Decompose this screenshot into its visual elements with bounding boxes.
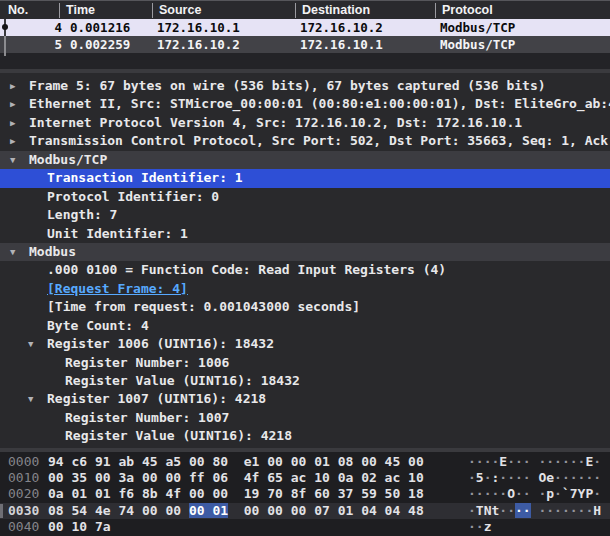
- column-header-source[interactable]: Source: [152, 3, 201, 18]
- ascii-char[interactable]: H: [593, 503, 601, 518]
- hex-byte[interactable]: 00: [267, 454, 283, 469]
- hex-byte[interactable]: 00: [291, 454, 307, 469]
- hex-byte[interactable]: 65: [267, 470, 283, 485]
- hex-byte[interactable]: ac: [385, 470, 401, 485]
- detail-row[interactable]: Byte Count: 4: [0, 317, 610, 335]
- hex-byte[interactable]: 4f: [244, 470, 260, 485]
- detail-row[interactable]: Protocol Identifier: 0: [0, 188, 610, 206]
- column-header-time[interactable]: Time: [59, 3, 95, 18]
- hex-byte[interactable]: 00: [189, 486, 205, 501]
- collapsed-arrow-icon[interactable]: ▶: [8, 114, 29, 132]
- ascii-char[interactable]: ·: [523, 454, 531, 469]
- ascii-char[interactable]: ·: [593, 486, 601, 501]
- detail-row[interactable]: Register Value (UINT16): 18432: [0, 372, 610, 390]
- detail-row[interactable]: Length: 7: [0, 206, 610, 224]
- ascii-char[interactable]: ·: [562, 454, 570, 469]
- detail-row[interactable]: ▼Register 1007 (UINT16): 4218: [0, 390, 610, 408]
- detail-row[interactable]: .000 0100 = Function Code: Read Input Re…: [0, 261, 610, 279]
- hex-byte[interactable]: 00: [189, 454, 205, 469]
- hex-byte[interactable]: f6: [118, 486, 134, 501]
- expanded-arrow-icon[interactable]: ▼: [8, 151, 29, 169]
- detail-row[interactable]: ▶Transmission Control Protocol, Src Port…: [0, 132, 610, 150]
- ascii-char[interactable]: ·: [499, 470, 507, 485]
- hex-byte[interactable]: 00: [291, 503, 307, 518]
- hex-byte[interactable]: 00: [95, 470, 111, 485]
- detail-row[interactable]: ▶Ethernet II, Src: STMicroe_00:00:01 (00…: [0, 95, 610, 113]
- hex-byte[interactable]: 4f: [165, 486, 181, 501]
- ascii-char[interactable]: ·: [515, 503, 523, 518]
- column-header-no[interactable]: No.: [8, 3, 28, 18]
- hex-byte[interactable]: 01: [212, 503, 228, 518]
- hex-byte[interactable]: 91: [95, 454, 111, 469]
- hex-scroll-indicator[interactable]: [0, 504, 3, 518]
- hex-byte[interactable]: 00: [48, 519, 64, 534]
- hex-byte[interactable]: 74: [118, 503, 134, 518]
- hex-byte[interactable]: 04: [385, 503, 401, 518]
- hex-byte[interactable]: 00: [189, 503, 212, 518]
- hex-byte[interactable]: 07: [314, 503, 330, 518]
- hex-byte[interactable]: 00: [267, 503, 283, 518]
- hex-byte[interactable]: 00: [165, 470, 181, 485]
- detail-row[interactable]: ▶Internet Protocol Version 4, Src: 172.1…: [0, 114, 610, 132]
- request-frame-link[interactable]: [Request Frame: 4]: [47, 280, 188, 298]
- hex-byte[interactable]: 60: [314, 486, 330, 501]
- collapsed-arrow-icon[interactable]: ▶: [8, 77, 29, 95]
- ascii-char[interactable]: ·: [468, 454, 476, 469]
- expanded-arrow-icon[interactable]: ▼: [26, 390, 47, 408]
- hex-byte[interactable]: 48: [408, 503, 424, 518]
- hex-byte[interactable]: 45: [142, 454, 158, 469]
- hex-byte[interactable]: 59: [361, 486, 377, 501]
- hex-byte[interactable]: 08: [338, 454, 354, 469]
- ascii-char[interactable]: ·: [468, 470, 476, 485]
- hex-byte[interactable]: 94: [48, 454, 64, 469]
- hex-byte[interactable]: 7a: [95, 519, 111, 534]
- detail-row[interactable]: [Request Frame: 4]: [0, 280, 610, 298]
- hex-byte[interactable]: 18: [408, 486, 424, 501]
- ascii-char[interactable]: ·: [499, 503, 507, 518]
- hex-byte[interactable]: 01: [95, 486, 111, 501]
- hex-byte[interactable]: 37: [338, 486, 354, 501]
- hex-byte[interactable]: ff: [189, 470, 205, 485]
- ascii-char[interactable]: ·: [570, 454, 578, 469]
- ascii-char[interactable]: ·: [468, 519, 476, 534]
- ascii-char[interactable]: ·: [554, 503, 562, 518]
- hex-byte[interactable]: 00: [361, 454, 377, 469]
- hex-byte[interactable]: 04: [361, 503, 377, 518]
- ascii-char[interactable]: ·: [523, 503, 531, 518]
- ascii-char[interactable]: ·: [515, 486, 523, 501]
- ascii-char[interactable]: e: [546, 470, 554, 485]
- ascii-char[interactable]: ·: [515, 454, 523, 469]
- hex-byte[interactable]: 80: [212, 454, 228, 469]
- ascii-char[interactable]: 5: [476, 470, 484, 485]
- ascii-char[interactable]: ·: [507, 503, 515, 518]
- packet-row[interactable]: 50.002259172.16.10.2172.16.10.1Modbus/TC…: [0, 36, 610, 53]
- ascii-char[interactable]: ·: [476, 519, 484, 534]
- hex-byte[interactable]: 10: [71, 519, 87, 534]
- ascii-char[interactable]: ·: [570, 470, 578, 485]
- ascii-char[interactable]: ·: [515, 470, 523, 485]
- ascii-char[interactable]: ·: [570, 503, 578, 518]
- ascii-char[interactable]: ·: [562, 503, 570, 518]
- expanded-arrow-icon[interactable]: ▼: [8, 243, 29, 261]
- hex-byte[interactable]: 00: [165, 503, 181, 518]
- hex-byte[interactable]: 00: [142, 470, 158, 485]
- hex-byte[interactable]: 00: [244, 503, 260, 518]
- ascii-char[interactable]: ·: [554, 486, 562, 501]
- ascii-char[interactable]: 7: [570, 486, 578, 501]
- detail-row[interactable]: Register Number: 1007: [0, 409, 610, 427]
- ascii-char[interactable]: `: [562, 486, 570, 501]
- ascii-char[interactable]: ·: [476, 454, 484, 469]
- hex-byte[interactable]: 35: [71, 470, 87, 485]
- expanded-arrow-icon[interactable]: ▼: [26, 335, 47, 353]
- ascii-char[interactable]: ·: [507, 470, 515, 485]
- hex-byte[interactable]: 8b: [142, 486, 158, 501]
- hex-byte[interactable]: 45: [385, 454, 401, 469]
- hex-byte[interactable]: 19: [244, 486, 260, 501]
- detail-row[interactable]: ▶Frame 5: 67 bytes on wire (536 bits), 6…: [0, 77, 610, 95]
- hex-byte[interactable]: 4e: [95, 503, 111, 518]
- ascii-char[interactable]: ·: [468, 503, 476, 518]
- hex-byte[interactable]: 54: [71, 503, 87, 518]
- hex-byte[interactable]: 10: [408, 470, 424, 485]
- hex-byte[interactable]: 3a: [118, 470, 134, 485]
- ascii-char[interactable]: ·: [554, 470, 562, 485]
